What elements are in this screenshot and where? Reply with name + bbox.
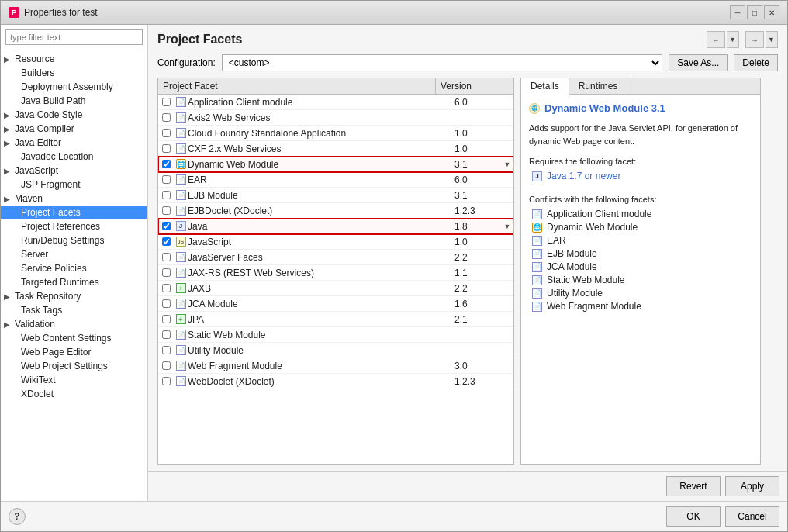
table-row[interactable]: 📄Axis2 Web Services xyxy=(158,110,513,126)
facet-checkbox[interactable] xyxy=(162,237,171,246)
table-row[interactable]: 📄Static Web Module xyxy=(158,327,513,343)
delete-button[interactable]: Delete xyxy=(734,54,778,71)
table-row[interactable]: 📄JAX-RS (REST Web Services)1.1 xyxy=(158,265,513,281)
sidebar-item-java-editor[interactable]: ▶Java Editor xyxy=(1,136,147,150)
maximize-button[interactable]: □ xyxy=(747,5,762,19)
sidebar-item-deployment-assembly[interactable]: Deployment Assembly xyxy=(1,80,147,94)
row-checkbox-cell xyxy=(158,129,174,137)
facet-checkbox[interactable] xyxy=(162,346,171,354)
table-row[interactable]: 📄Utility Module xyxy=(158,343,513,358)
sidebar-item-java-build-path[interactable]: Java Build Path xyxy=(1,94,147,108)
facet-checkbox[interactable] xyxy=(162,377,171,385)
sidebar-item-project-facets[interactable]: Project Facets xyxy=(1,206,147,219)
sidebar-item-task-tags[interactable]: Task Tags xyxy=(1,303,147,317)
table-row[interactable]: +JPA2.1 xyxy=(158,312,513,327)
sidebar-item-xdoclet[interactable]: XDoclet xyxy=(1,387,147,401)
sidebar-item-run/debug-settings[interactable]: Run/Debug Settings xyxy=(1,233,147,247)
sidebar-item-project-references[interactable]: Project References xyxy=(1,219,147,233)
table-row[interactable]: 📄CXF 2.x Web Services1.0 xyxy=(158,141,513,157)
table-row[interactable]: 📄JavaServer Faces2.2 xyxy=(158,250,513,265)
forward-dropdown[interactable]: ▼ xyxy=(766,31,778,48)
sidebar-item-java-code-style[interactable]: ▶Java Code Style xyxy=(1,108,147,122)
sidebar-item-jsp-fragment[interactable]: JSP Fragment xyxy=(1,178,147,192)
sidebar-label: Server xyxy=(21,249,141,260)
facet-checkbox[interactable] xyxy=(162,253,171,261)
table-row[interactable]: 📄EJBDoclet (XDoclet)1.2.3 xyxy=(158,203,513,219)
filter-input[interactable] xyxy=(5,29,143,45)
facet-checkbox[interactable] xyxy=(162,175,171,184)
details-content: 🌐 Dynamic Web Module 3.1 Adds support fo… xyxy=(521,95,760,464)
table-row[interactable]: 📄WebDoclet (XDoclet)1.2.3 xyxy=(158,374,513,389)
facet-checkbox[interactable] xyxy=(162,361,171,370)
facet-checkbox[interactable] xyxy=(162,144,171,153)
sidebar-item-java-compiler[interactable]: ▶Java Compiler xyxy=(1,122,147,136)
conflict-text: EAR xyxy=(547,235,566,246)
sidebar-item-service-policies[interactable]: Service Policies xyxy=(1,261,147,275)
sidebar-item-resource[interactable]: ▶Resource xyxy=(1,52,147,66)
table-row[interactable]: 🌐Dynamic Web Module3.1▼ xyxy=(158,157,513,172)
facet-checkbox[interactable] xyxy=(162,299,171,308)
table-row[interactable]: 📄Cloud Foundry Standalone Application1.0 xyxy=(158,126,513,141)
back-dropdown[interactable]: ▼ xyxy=(727,31,739,48)
revert-button[interactable]: Revert xyxy=(666,476,721,496)
sidebar-item-web-content-settings[interactable]: Web Content Settings xyxy=(1,331,147,345)
facet-icon: 📄 xyxy=(176,112,186,123)
sidebar-item-targeted-runtimes[interactable]: Targeted Runtimes xyxy=(1,275,147,289)
table-row[interactable]: 📄EAR6.0 xyxy=(158,172,513,188)
sidebar-item-web-project-settings[interactable]: Web Project Settings xyxy=(1,359,147,373)
table-row[interactable]: 📄Web Fragment Module3.0 xyxy=(158,358,513,374)
sidebar-item-server[interactable]: Server xyxy=(1,247,147,261)
facet-checkbox[interactable] xyxy=(162,129,171,137)
facet-name: Cloud Foundry Standalone Application xyxy=(188,128,454,139)
forward-button[interactable]: → xyxy=(745,31,764,48)
sidebar-label: XDoclet xyxy=(21,389,141,399)
version-dropdown[interactable]: ▼ xyxy=(501,161,513,168)
facet-checkbox[interactable] xyxy=(162,315,171,323)
config-select[interactable]: <custom> xyxy=(222,54,663,71)
conflict-text: Web Fragment Module xyxy=(547,301,641,312)
sidebar-item-task-repository[interactable]: ▶Task Repository xyxy=(1,289,147,303)
cancel-button[interactable]: Cancel xyxy=(725,506,779,527)
table-row[interactable]: JJava1.8▼ xyxy=(158,219,513,234)
facet-icon: 📄 xyxy=(176,376,186,386)
table-row[interactable]: +JAXB2.2 xyxy=(158,281,513,296)
back-button[interactable]: ← xyxy=(707,31,725,48)
conflict-item: 📄Utility Module xyxy=(529,288,752,299)
tab-runtimes[interactable]: Runtimes xyxy=(569,78,628,94)
sidebar-item-validation[interactable]: ▶Validation xyxy=(1,317,147,331)
facet-checkbox[interactable] xyxy=(162,222,171,230)
close-button[interactable]: ✕ xyxy=(764,5,779,19)
sidebar-label: Deployment Assembly xyxy=(21,81,141,92)
help-button[interactable]: ? xyxy=(9,508,26,525)
save-as-button[interactable]: Save As... xyxy=(669,54,728,71)
facet-name: CXF 2.x Web Services xyxy=(188,143,454,154)
facet-icon-cell: 🌐 xyxy=(174,159,188,169)
table-row[interactable]: JSJavaScript1.0 xyxy=(158,234,513,250)
version-dropdown[interactable]: ▼ xyxy=(501,223,513,230)
ok-button[interactable]: OK xyxy=(666,506,721,527)
apply-button[interactable]: Apply xyxy=(725,476,779,496)
facet-checkbox[interactable] xyxy=(162,191,171,199)
facet-checkbox[interactable] xyxy=(162,284,171,292)
sidebar-item-web-page-editor[interactable]: Web Page Editor xyxy=(1,345,147,359)
facet-checkbox[interactable] xyxy=(162,268,171,277)
facet-checkbox[interactable] xyxy=(162,330,171,339)
facet-icon-cell: 📄 xyxy=(174,268,188,278)
sidebar-item-maven[interactable]: ▶Maven xyxy=(1,192,147,206)
table-row[interactable]: 📄JCA Module1.6 xyxy=(158,296,513,312)
tab-details[interactable]: Details xyxy=(521,78,569,95)
sidebar-item-javascript[interactable]: ▶JavaScript xyxy=(1,164,147,178)
minimize-button[interactable]: ─ xyxy=(730,5,745,19)
facet-checkbox[interactable] xyxy=(162,206,171,215)
conflict-text: Dynamic Web Module xyxy=(547,222,638,233)
facet-checkbox[interactable] xyxy=(162,160,171,168)
sidebar-item-wikitext[interactable]: WikiText xyxy=(1,373,147,387)
title-controls: ─ □ ✕ xyxy=(730,5,779,19)
facet-checkbox[interactable] xyxy=(162,113,171,122)
sidebar-item-javadoc-location[interactable]: Javadoc Location xyxy=(1,150,147,164)
sidebar-label: Project Facets xyxy=(21,207,141,218)
table-row[interactable]: 📄Application Client module6.0 xyxy=(158,95,513,110)
table-row[interactable]: 📄EJB Module3.1 xyxy=(158,188,513,203)
facet-checkbox[interactable] xyxy=(162,98,171,106)
sidebar-item-builders[interactable]: Builders xyxy=(1,66,147,80)
